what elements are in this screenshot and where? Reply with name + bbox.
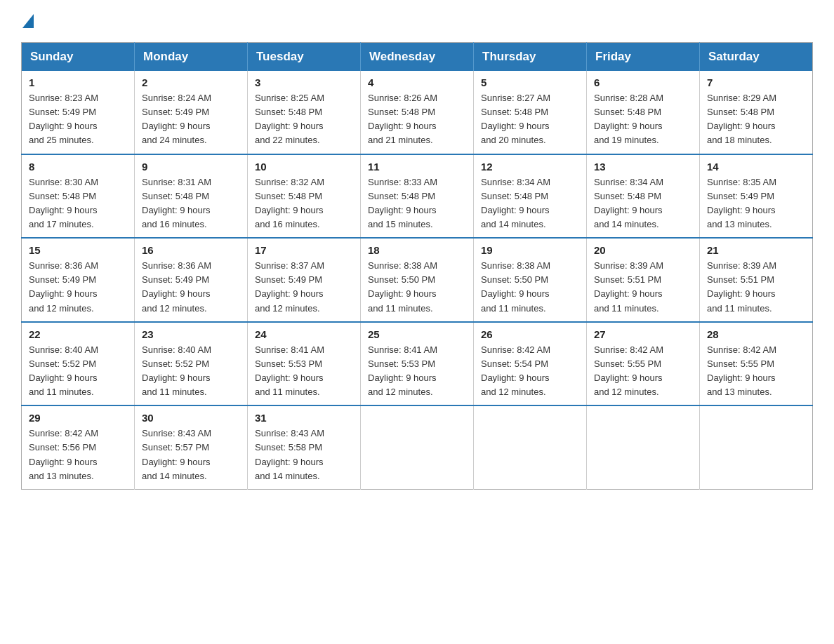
calendar-cell: 22 Sunrise: 8:40 AMSunset: 5:52 PMDaylig… (22, 322, 135, 406)
day-info: Sunrise: 8:41 AMSunset: 5:53 PMDaylight:… (368, 344, 437, 397)
calendar-cell: 14 Sunrise: 8:35 AMSunset: 5:49 PMDaylig… (700, 154, 813, 239)
day-number: 14 (707, 161, 805, 173)
day-info: Sunrise: 8:28 AMSunset: 5:48 PMDaylight:… (594, 93, 663, 145)
calendar-cell: 15 Sunrise: 8:36 AMSunset: 5:49 PMDaylig… (22, 238, 135, 322)
day-info: Sunrise: 8:40 AMSunset: 5:52 PMDaylight:… (29, 344, 98, 397)
calendar-cell: 20 Sunrise: 8:39 AMSunset: 5:51 PMDaylig… (587, 238, 700, 322)
calendar-cell: 17 Sunrise: 8:37 AMSunset: 5:49 PMDaylig… (248, 238, 361, 322)
calendar-cell: 13 Sunrise: 8:34 AMSunset: 5:48 PMDaylig… (587, 154, 700, 239)
calendar-cell: 30 Sunrise: 8:43 AMSunset: 5:57 PMDaylig… (135, 405, 248, 489)
calendar-cell: 2 Sunrise: 8:24 AMSunset: 5:49 PMDayligh… (135, 71, 248, 154)
calendar-cell (700, 405, 813, 489)
page-header (21, 14, 813, 29)
day-info: Sunrise: 8:40 AMSunset: 5:52 PMDaylight:… (142, 344, 211, 397)
col-header-thursday: Thursday (474, 43, 587, 72)
day-number: 1 (29, 76, 127, 88)
day-info: Sunrise: 8:30 AMSunset: 5:48 PMDaylight:… (29, 177, 98, 229)
day-number: 17 (255, 244, 353, 256)
day-number: 24 (255, 328, 353, 340)
day-number: 12 (481, 161, 579, 173)
day-number: 4 (368, 76, 466, 88)
day-info: Sunrise: 8:38 AMSunset: 5:50 PMDaylight:… (481, 260, 550, 313)
day-info: Sunrise: 8:36 AMSunset: 5:49 PMDaylight:… (142, 260, 211, 313)
calendar-week-row: 8 Sunrise: 8:30 AMSunset: 5:48 PMDayligh… (22, 154, 813, 239)
day-info: Sunrise: 8:42 AMSunset: 5:55 PMDaylight:… (707, 344, 776, 397)
calendar-cell: 12 Sunrise: 8:34 AMSunset: 5:48 PMDaylig… (474, 154, 587, 239)
day-number: 28 (707, 328, 805, 340)
day-info: Sunrise: 8:31 AMSunset: 5:48 PMDaylight:… (142, 177, 211, 229)
calendar-cell (474, 405, 587, 489)
day-number: 18 (368, 244, 466, 256)
day-number: 29 (29, 412, 127, 424)
day-info: Sunrise: 8:33 AMSunset: 5:48 PMDaylight:… (368, 177, 437, 229)
day-info: Sunrise: 8:42 AMSunset: 5:55 PMDaylight:… (594, 344, 663, 397)
calendar-cell: 11 Sunrise: 8:33 AMSunset: 5:48 PMDaylig… (361, 154, 474, 239)
day-info: Sunrise: 8:32 AMSunset: 5:48 PMDaylight:… (255, 177, 324, 229)
calendar-week-row: 1 Sunrise: 8:23 AMSunset: 5:49 PMDayligh… (22, 71, 813, 154)
calendar-cell: 19 Sunrise: 8:38 AMSunset: 5:50 PMDaylig… (474, 238, 587, 322)
col-header-wednesday: Wednesday (361, 43, 474, 72)
day-number: 31 (255, 412, 353, 424)
calendar-cell: 24 Sunrise: 8:41 AMSunset: 5:53 PMDaylig… (248, 322, 361, 406)
col-header-sunday: Sunday (22, 43, 135, 72)
day-number: 8 (29, 161, 127, 173)
calendar-cell (587, 405, 700, 489)
day-number: 6 (594, 76, 692, 88)
day-info: Sunrise: 8:37 AMSunset: 5:49 PMDaylight:… (255, 260, 324, 313)
calendar-cell: 5 Sunrise: 8:27 AMSunset: 5:48 PMDayligh… (474, 71, 587, 154)
day-info: Sunrise: 8:36 AMSunset: 5:49 PMDaylight:… (29, 260, 98, 313)
day-info: Sunrise: 8:43 AMSunset: 5:57 PMDaylight:… (142, 428, 211, 481)
day-number: 13 (594, 161, 692, 173)
col-header-monday: Monday (135, 43, 248, 72)
day-number: 19 (481, 244, 579, 256)
calendar-cell: 25 Sunrise: 8:41 AMSunset: 5:53 PMDaylig… (361, 322, 474, 406)
calendar-cell: 10 Sunrise: 8:32 AMSunset: 5:48 PMDaylig… (248, 154, 361, 239)
day-info: Sunrise: 8:41 AMSunset: 5:53 PMDaylight:… (255, 344, 324, 397)
calendar-week-row: 29 Sunrise: 8:42 AMSunset: 5:56 PMDaylig… (22, 405, 813, 489)
calendar-cell: 6 Sunrise: 8:28 AMSunset: 5:48 PMDayligh… (587, 71, 700, 154)
day-number: 3 (255, 76, 353, 88)
col-header-saturday: Saturday (700, 43, 813, 72)
calendar-cell: 31 Sunrise: 8:43 AMSunset: 5:58 PMDaylig… (248, 405, 361, 489)
day-info: Sunrise: 8:26 AMSunset: 5:48 PMDaylight:… (368, 93, 437, 145)
day-info: Sunrise: 8:34 AMSunset: 5:48 PMDaylight:… (481, 177, 550, 229)
calendar-cell: 8 Sunrise: 8:30 AMSunset: 5:48 PMDayligh… (22, 154, 135, 239)
day-number: 25 (368, 328, 466, 340)
day-number: 21 (707, 244, 805, 256)
day-info: Sunrise: 8:38 AMSunset: 5:50 PMDaylight:… (368, 260, 437, 313)
calendar-cell: 1 Sunrise: 8:23 AMSunset: 5:49 PMDayligh… (22, 71, 135, 154)
calendar-cell: 21 Sunrise: 8:39 AMSunset: 5:51 PMDaylig… (700, 238, 813, 322)
col-header-friday: Friday (587, 43, 700, 72)
calendar-cell: 16 Sunrise: 8:36 AMSunset: 5:49 PMDaylig… (135, 238, 248, 322)
calendar-cell: 29 Sunrise: 8:42 AMSunset: 5:56 PMDaylig… (22, 405, 135, 489)
day-info: Sunrise: 8:43 AMSunset: 5:58 PMDaylight:… (255, 428, 324, 481)
calendar-cell: 27 Sunrise: 8:42 AMSunset: 5:55 PMDaylig… (587, 322, 700, 406)
day-number: 9 (142, 161, 240, 173)
calendar-cell: 28 Sunrise: 8:42 AMSunset: 5:55 PMDaylig… (700, 322, 813, 406)
logo (21, 14, 34, 29)
day-info: Sunrise: 8:35 AMSunset: 5:49 PMDaylight:… (707, 177, 776, 229)
day-number: 7 (707, 76, 805, 88)
day-number: 27 (594, 328, 692, 340)
day-number: 20 (594, 244, 692, 256)
day-info: Sunrise: 8:24 AMSunset: 5:49 PMDaylight:… (142, 93, 211, 145)
calendar-cell: 26 Sunrise: 8:42 AMSunset: 5:54 PMDaylig… (474, 322, 587, 406)
day-info: Sunrise: 8:39 AMSunset: 5:51 PMDaylight:… (707, 260, 776, 313)
day-info: Sunrise: 8:29 AMSunset: 5:48 PMDaylight:… (707, 93, 776, 145)
day-number: 22 (29, 328, 127, 340)
calendar-cell (361, 405, 474, 489)
calendar-cell: 7 Sunrise: 8:29 AMSunset: 5:48 PMDayligh… (700, 71, 813, 154)
day-info: Sunrise: 8:42 AMSunset: 5:56 PMDaylight:… (29, 428, 98, 481)
calendar-week-row: 22 Sunrise: 8:40 AMSunset: 5:52 PMDaylig… (22, 322, 813, 406)
day-info: Sunrise: 8:23 AMSunset: 5:49 PMDaylight:… (29, 93, 98, 145)
day-info: Sunrise: 8:27 AMSunset: 5:48 PMDaylight:… (481, 93, 550, 145)
calendar-cell: 3 Sunrise: 8:25 AMSunset: 5:48 PMDayligh… (248, 71, 361, 154)
day-number: 30 (142, 412, 240, 424)
day-info: Sunrise: 8:25 AMSunset: 5:48 PMDaylight:… (255, 93, 324, 145)
day-number: 15 (29, 244, 127, 256)
col-header-tuesday: Tuesday (248, 43, 361, 72)
calendar-header-row: SundayMondayTuesdayWednesdayThursdayFrid… (22, 43, 813, 72)
calendar-cell: 9 Sunrise: 8:31 AMSunset: 5:48 PMDayligh… (135, 154, 248, 239)
day-number: 11 (368, 161, 466, 173)
day-number: 16 (142, 244, 240, 256)
